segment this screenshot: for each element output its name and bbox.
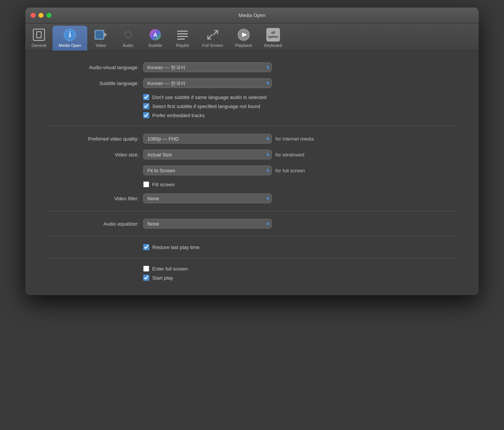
svg-text:A: A xyxy=(153,32,157,38)
prefer-embedded-checkbox[interactable] xyxy=(143,112,149,118)
media-open-icon: i xyxy=(63,28,77,42)
tab-full-screen[interactable]: Full Screen xyxy=(196,26,229,51)
tab-keyboard[interactable]: alt option Keyboard xyxy=(258,26,288,51)
tab-subtitle-label: Subtitle xyxy=(148,43,162,48)
video-filter-select[interactable]: None Sharpen Blur Deinterlace xyxy=(143,193,272,203)
enter-full-screen-checkbox[interactable] xyxy=(143,266,149,272)
no-subtitle-same-lang-checkbox[interactable] xyxy=(143,94,149,100)
checkbox-row-select-first: Select first subtitle if specified langu… xyxy=(143,103,456,109)
titlebar: Media Open xyxy=(25,8,479,23)
checkbox-row-no-subtitle: Don't use subtitle if same language audi… xyxy=(143,94,456,100)
video-filter-label: Video filter: xyxy=(48,196,139,201)
svg-rect-12 xyxy=(177,36,188,37)
preferred-video-quality-label: Preferred video quality: xyxy=(48,136,139,142)
video-size-windowed-side: for windowed xyxy=(275,152,305,158)
tab-audio-label: Audio xyxy=(123,43,133,48)
audio-visual-language-select[interactable]: Korean — 한국어 English Japanese — 日本語 xyxy=(143,62,272,72)
svg-rect-10 xyxy=(177,31,188,32)
video-size-windowed-select-wrapper: Actual Size Fit to Screen Half Size Doub… xyxy=(143,150,272,159)
video-filter-control: None Sharpen Blur Deinterlace xyxy=(143,193,272,203)
keyboard-icon: alt option xyxy=(266,28,280,42)
tab-media-open-label: Media Open xyxy=(59,43,81,48)
preferred-video-quality-select[interactable]: 1080p — FHD 720p — HD 480p — SD 360p xyxy=(143,134,272,144)
preferred-video-quality-row: Preferred video quality: 1080p — FHD 720… xyxy=(48,134,456,144)
preferred-video-quality-side: for internet media xyxy=(275,136,314,142)
video-filter-select-wrapper: None Sharpen Blur Deinterlace xyxy=(143,193,272,203)
start-play-checkbox[interactable] xyxy=(143,275,149,281)
subtitle-language-select-wrapper: Korean — 한국어 English Japanese — 日本語 xyxy=(143,78,272,88)
tab-general[interactable]: General xyxy=(25,26,53,51)
audio-visual-language-row: Audio-visual language: Korean — 한국어 Engl… xyxy=(48,62,456,72)
tab-video[interactable]: Video xyxy=(87,26,114,51)
fill-screen-label: Fill screen xyxy=(152,182,175,187)
divider-4 xyxy=(48,258,456,258)
preferred-video-quality-select-wrapper: 1080p — FHD 720p — HD 480p — SD 360p xyxy=(143,134,272,144)
tab-general-label: General xyxy=(31,43,46,48)
restore-play-time-row: Restore last play time xyxy=(143,244,456,250)
fullscreen-icon xyxy=(206,28,220,42)
subtitle-language-row: Subtitle language: Korean — 한국어 English … xyxy=(48,78,456,88)
tab-media-open[interactable]: i Media Open xyxy=(53,26,87,51)
video-size-fullscreen-select-wrapper: Fit to Screen Actual Size Fill Screen Do… xyxy=(143,166,272,175)
tab-playback[interactable]: Playback xyxy=(229,26,258,51)
preferred-video-quality-control: 1080p — FHD 720p — HD 480p — SD 360p for… xyxy=(143,134,314,144)
svg-line-16 xyxy=(213,31,218,35)
audio-equalizer-label: Audio equalizer: xyxy=(48,221,139,227)
video-size-fullscreen-side: for full screen xyxy=(275,168,305,173)
video-filter-row: Video filter: None Sharpen Blur Deinterl… xyxy=(48,193,456,203)
video-size-label: Video size: xyxy=(48,152,139,158)
fill-screen-checkbox[interactable] xyxy=(143,181,149,187)
tab-playlist-label: Playlist xyxy=(176,43,189,48)
close-button[interactable] xyxy=(31,13,36,18)
select-first-subtitle-label: Select first subtitle if specified langu… xyxy=(152,104,260,109)
audio-visual-language-control: Korean — 한국어 English Japanese — 日本語 xyxy=(143,62,272,72)
video-size-fullscreen-select[interactable]: Fit to Screen Actual Size Fill Screen Do… xyxy=(143,166,272,175)
subtitle-options-group: Don't use subtitle if same language audi… xyxy=(48,94,456,118)
select-first-subtitle-checkbox[interactable] xyxy=(143,103,149,109)
video-size-fullscreen-row: Fit to Screen Actual Size Fill Screen Do… xyxy=(48,166,456,175)
audio-visual-language-select-wrapper: Korean — 한국어 English Japanese — 日本語 xyxy=(143,62,272,72)
subtitle-language-select[interactable]: Korean — 한국어 English Japanese — 日本語 xyxy=(143,78,272,88)
audio-visual-language-label: Audio-visual language: xyxy=(48,65,139,70)
general-icon xyxy=(32,28,46,42)
audio-icon xyxy=(121,28,135,42)
startup-options-group: Enter full screen Start play xyxy=(48,266,456,281)
svg-rect-4 xyxy=(96,31,103,39)
maximize-button[interactable] xyxy=(46,13,51,18)
audio-equalizer-row: Audio equalizer: None Pop Rock Jazz Clas… xyxy=(48,219,456,229)
subtitle-language-control: Korean — 한국어 English Japanese — 日本語 xyxy=(143,78,272,88)
audio-equalizer-select[interactable]: None Pop Rock Jazz Classical xyxy=(143,219,272,229)
tab-playlist[interactable]: Playlist xyxy=(169,26,196,51)
subtitle-icon: A xyxy=(148,28,162,42)
settings-content: Audio-visual language: Korean — 한국어 Engl… xyxy=(25,51,479,295)
fill-screen-row: Fill screen xyxy=(143,181,456,187)
start-play-row: Start play xyxy=(143,275,456,281)
divider-3 xyxy=(48,236,456,237)
svg-rect-11 xyxy=(177,33,188,34)
restore-last-play-time-checkbox[interactable] xyxy=(143,244,149,250)
svg-marker-3 xyxy=(104,32,107,37)
tab-keyboard-label: Keyboard xyxy=(264,43,282,48)
playlist-icon xyxy=(176,28,189,42)
enter-full-screen-label: Enter full screen xyxy=(152,266,188,272)
minimize-button[interactable] xyxy=(39,13,43,18)
subtitle-language-label: Subtitle language: xyxy=(48,80,139,86)
tab-audio[interactable]: Audio xyxy=(114,26,142,51)
video-size-windowed-row: Video size: Actual Size Fit to Screen Ha… xyxy=(48,150,456,159)
audio-equalizer-select-wrapper: None Pop Rock Jazz Classical xyxy=(143,219,272,229)
video-size-windowed-select[interactable]: Actual Size Fit to Screen Half Size Doub… xyxy=(143,150,272,159)
prefer-embedded-label: Prefer embedded tracks xyxy=(152,113,205,118)
start-play-label: Start play xyxy=(152,275,173,281)
checkbox-row-prefer-embedded: Prefer embedded tracks xyxy=(143,112,456,118)
tab-video-label: Video xyxy=(96,43,106,48)
video-size-fullscreen-control: Fit to Screen Actual Size Fill Screen Do… xyxy=(143,166,305,175)
svg-rect-13 xyxy=(177,39,185,40)
svg-text:i: i xyxy=(69,30,71,39)
enter-full-screen-row: Enter full screen xyxy=(143,266,456,272)
tab-full-screen-label: Full Screen xyxy=(202,43,223,48)
toolbar: General i Media Open Video xyxy=(25,23,479,51)
video-size-windowed-control: Actual Size Fit to Screen Half Size Doub… xyxy=(143,150,305,159)
divider-2 xyxy=(48,211,456,211)
tab-subtitle[interactable]: A Subtitle xyxy=(142,26,169,51)
audio-equalizer-control: None Pop Rock Jazz Classical xyxy=(143,219,272,229)
